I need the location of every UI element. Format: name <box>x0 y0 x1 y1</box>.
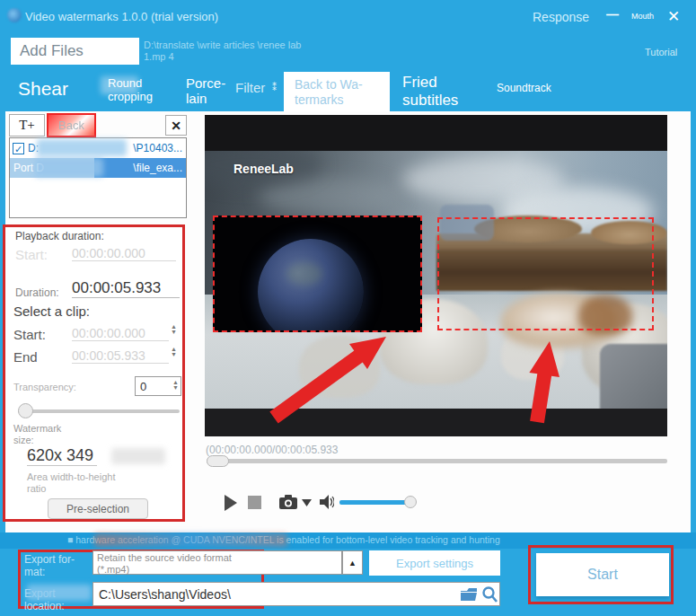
volume-slider[interactable] <box>339 500 413 505</box>
titlebar: Video watermarks 1.0.0 (trial version) R… <box>0 0 696 34</box>
file-prefix: Port D <box>13 162 44 174</box>
add-text-watermark-button[interactable]: T+ <box>9 114 45 136</box>
annotation-arrows <box>205 115 667 436</box>
file-suffix: \P10403... <box>133 142 182 154</box>
clip-start-value[interactable]: 00:00:00.000 <box>72 326 169 341</box>
minimize-button[interactable]: — <box>606 7 619 22</box>
loaded-file-path: D:\translate \write articles \renee lab … <box>144 40 323 63</box>
export-format-dropdown[interactable]: Retain the source video format (*.mp4) <box>93 550 342 575</box>
export-location-label: Export location: <box>24 587 96 612</box>
transparency-slider-thumb[interactable] <box>18 403 33 418</box>
response-label: Response <box>533 10 589 24</box>
duration-value[interactable]: 00:00:05.933 <box>72 279 180 298</box>
clip-end-stepper[interactable]: ▲▼ <box>171 347 177 357</box>
transparency-spinbox[interactable]: 0 ▲▼ <box>135 376 181 396</box>
arrow-left <box>269 337 386 424</box>
export-settings-button[interactable]: Export settings <box>369 550 500 576</box>
file-suffix: \file_exa... <box>133 162 182 174</box>
playback-duration-label: Playback duration: <box>15 230 104 242</box>
export-format-label: Export for-mat: <box>24 553 89 578</box>
search-icon[interactable] <box>481 585 498 603</box>
tab-soundtrack[interactable]: Soundtrack <box>497 72 551 111</box>
start-button[interactable]: Start <box>536 553 669 596</box>
remove-watermark-button[interactable]: ✕ <box>165 115 187 136</box>
status-text: ■ hardware acceleration @ CUDA NVENC/INT… <box>67 534 500 545</box>
start-label: Start: <box>15 247 48 262</box>
file-list-row-selected[interactable]: Port D \file_exa... <box>10 158 186 178</box>
duration-label: Duration: <box>15 286 59 299</box>
ratio-hint: Area width-to-height ratio <box>27 471 126 495</box>
watermark-file-list[interactable]: ✓ D: \P10403... Port D \file_exa... <box>9 137 187 218</box>
select-clip-label: Select a clip: <box>13 304 90 319</box>
tab-watermarks[interactable]: Back to Wa-termarks <box>284 72 390 111</box>
export-bar: Export for-mat: Retain the source video … <box>0 549 696 616</box>
time-display: (00:00:00.000/00:00:05.933 <box>206 444 338 456</box>
video-preview[interactable]: ReneeLab <box>205 115 667 436</box>
tab-filter[interactable]: Filter <box>235 72 265 111</box>
play-icon[interactable] <box>223 494 239 512</box>
tab-bar: Shear Round cropping Porce-lain Filter ⁑… <box>0 72 696 111</box>
tab-round-cropping[interactable]: Round cropping <box>108 72 167 111</box>
tab-shear[interactable]: Shear <box>18 72 68 111</box>
checkbox-checked-icon[interactable]: ✓ <box>13 143 24 154</box>
camera-icon[interactable] <box>278 495 298 510</box>
clip-end-value[interactable]: 00:00:05.933 <box>72 348 169 364</box>
add-files-button[interactable]: Add Files <box>11 38 139 65</box>
file-list-row[interactable]: ✓ D: \P10403... <box>10 138 186 158</box>
format-value-line1: Retain the source video format <box>97 552 338 564</box>
export-location-field[interactable]: C:\Users\shang\Videos\ <box>93 582 500 606</box>
preselection-button[interactable]: Pre-selection <box>48 498 148 519</box>
window-title: Video watermarks 1.0.0 (trial version) <box>25 10 218 23</box>
format-value-line2: (*.mp4) <box>97 564 338 576</box>
transport-controls <box>216 492 449 515</box>
close-button[interactable]: ✕ <box>667 7 680 26</box>
arrow-right <box>529 341 559 423</box>
tutorial-link[interactable]: Tutorial <box>645 47 677 57</box>
clip-start-stepper[interactable]: ▲▼ <box>171 324 177 335</box>
stop-icon[interactable] <box>248 496 261 509</box>
watermark-size-label: Watermark size: <box>13 423 76 446</box>
camera-dropdown-icon[interactable] <box>302 499 312 506</box>
toolbar: Add Files D:\translate \write articles \… <box>0 36 696 68</box>
app-icon <box>7 8 22 22</box>
seek-bar[interactable] <box>207 459 667 463</box>
watermark-size-value[interactable]: 620x 349 <box>27 446 97 466</box>
transparency-slider[interactable] <box>18 409 180 413</box>
format-dropdown-button[interactable]: ▲ <box>342 550 363 575</box>
clip-end-label: End <box>13 349 38 365</box>
tab-porcelain[interactable]: Porce-lain <box>186 72 233 111</box>
transparency-stepper[interactable]: ▲▼ <box>172 380 179 391</box>
speaker-icon[interactable] <box>320 494 334 510</box>
seek-thumb[interactable] <box>207 455 229 467</box>
tab-subtitles[interactable]: Fried subtitles <box>402 72 478 111</box>
transparency-value: 0 <box>140 380 146 393</box>
folder-icon[interactable] <box>460 587 478 602</box>
start-value[interactable]: 00:00:00.000 <box>72 246 176 261</box>
file-prefix: D: <box>28 142 39 154</box>
clip-start-label: Start: <box>13 327 46 342</box>
sparkle-icon: ⁑ <box>272 72 277 111</box>
volume-thumb[interactable] <box>404 496 417 508</box>
back-button[interactable]: Back <box>47 113 96 137</box>
watermark-settings-panel: Playback duration: Start: 00:00:00.000 D… <box>3 224 185 522</box>
transparency-label: Transparency: <box>13 382 76 392</box>
export-location-value: C:\Users\shang\Videos\ <box>99 587 231 602</box>
maximize-button[interactable]: Mouth <box>631 12 654 21</box>
